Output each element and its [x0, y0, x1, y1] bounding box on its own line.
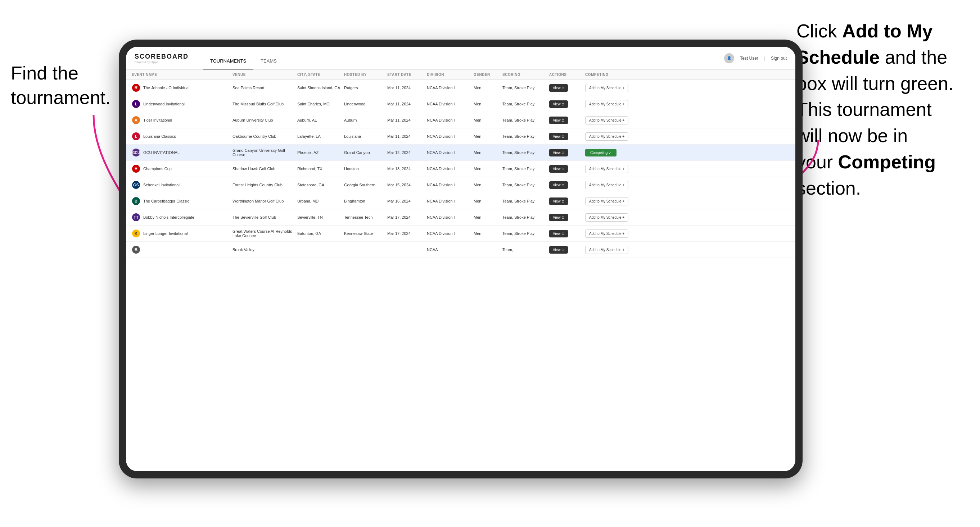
add-schedule-button-8[interactable]: Add to My Schedule +: [585, 197, 628, 205]
table-row: A Tiger Invitational Auburn University C…: [126, 112, 795, 129]
team-logo-5: GCU: [132, 148, 140, 157]
gender-cell-5: Men: [474, 150, 503, 155]
nav-tab-teams[interactable]: TEAMS: [253, 58, 284, 70]
nav-tab-tournaments[interactable]: TOURNAMENTS: [203, 58, 253, 70]
add-schedule-button-9[interactable]: Add to My Schedule +: [585, 213, 628, 222]
event-name-cell-9: TT Bobby Nichols Intercollegiate: [132, 213, 232, 222]
view-button-10[interactable]: View ⊙: [549, 230, 568, 237]
scoring-cell-8: Team, Stroke Play: [503, 199, 549, 203]
table-row: GS Schenkel Invitational Forest Heights …: [126, 177, 795, 193]
view-button-4[interactable]: View ⊙: [549, 133, 568, 140]
svg-text:GCU: GCU: [132, 151, 140, 155]
competing-cell-4: Add to My Schedule +: [585, 132, 650, 141]
event-name-2: Lindenwood Invitational: [143, 102, 185, 106]
table-container: EVENT NAME VENUE CITY, STATE HOSTED BY S…: [126, 70, 795, 471]
scoring-cell-10: Team, Stroke Play: [503, 231, 549, 236]
actions-cell-5: View ⊙: [549, 149, 585, 157]
hosted-by-cell-4: Louisiana: [344, 134, 387, 138]
gender-cell-6: Men: [474, 167, 503, 171]
start-date-cell-4: Mar 11, 2024: [387, 134, 427, 138]
event-name-cell-1: R The Johnnie - O Individual: [132, 83, 232, 92]
sign-out-link[interactable]: Sign out: [771, 56, 787, 61]
col-competing: COMPETING: [585, 73, 650, 77]
view-button-11[interactable]: View ⊙: [549, 246, 568, 254]
user-avatar: 👤: [724, 53, 734, 63]
start-date-cell-10: Mar 17, 2024: [387, 231, 427, 236]
table-row: L Lindenwood Invitational The Missouri B…: [126, 96, 795, 112]
col-start-date: START DATE: [387, 73, 427, 77]
view-button-3[interactable]: View ⊙: [549, 117, 568, 124]
add-schedule-button-3[interactable]: Add to My Schedule +: [585, 116, 628, 124]
table-column-headers: EVENT NAME VENUE CITY, STATE HOSTED BY S…: [126, 70, 795, 80]
venue-cell-10: Great Waters Course At Reynolds Lake Oco…: [232, 229, 297, 238]
view-button-9[interactable]: View ⊙: [549, 214, 568, 221]
svg-text:B: B: [135, 248, 137, 252]
event-name-3: Tiger Invitational: [143, 118, 172, 122]
view-button-5[interactable]: View ⊙: [549, 149, 568, 157]
main-nav: TOURNAMENTS TEAMS: [203, 47, 284, 70]
competing-cell-10: Add to My Schedule +: [585, 230, 650, 238]
view-button-2[interactable]: View ⊙: [549, 100, 568, 108]
table-row: H Champions Cup Shadow Hawk Golf Club Ri…: [126, 161, 795, 177]
table-row: L Louisiana Classics Oakbourne Country C…: [126, 129, 795, 144]
event-name-cell-3: A Tiger Invitational: [132, 116, 232, 124]
venue-cell-2: The Missouri Bluffs Golf Club: [232, 102, 297, 106]
event-name-cell-7: GS Schenkel Invitational: [132, 181, 232, 189]
start-date-cell-1: Mar 11, 2024: [387, 86, 427, 90]
city-state-cell-6: Richmond, TX: [297, 167, 344, 171]
team-logo-6: H: [132, 164, 140, 173]
hosted-by-cell-3: Auburn: [344, 118, 387, 122]
table-row: K Linger Longer Invitational Great Water…: [126, 225, 795, 242]
svg-text:L: L: [135, 102, 137, 106]
team-logo-8: B: [132, 197, 140, 205]
city-state-cell-7: Statesboro, GA: [297, 183, 344, 187]
add-schedule-button-11[interactable]: Add to My Schedule +: [585, 246, 628, 254]
add-schedule-button-10[interactable]: Add to My Schedule +: [585, 230, 628, 238]
division-cell-3: NCAA Division I: [427, 118, 474, 122]
venue-cell-9: The Sevierville Golf Club: [232, 215, 297, 219]
col-venue: VENUE: [232, 73, 297, 77]
logo-area: SCOREBOARD Powered by clippd: [135, 53, 189, 63]
add-schedule-button-6[interactable]: Add to My Schedule +: [585, 165, 628, 173]
table-row: TT Bobby Nichols Intercollegiate The Sev…: [126, 210, 795, 225]
col-scoring: SCORING: [503, 73, 549, 77]
tablet-screen: SCOREBOARD Powered by clippd TOURNAMENTS…: [126, 47, 795, 471]
event-name-7: Schenkel Invitational: [143, 183, 180, 187]
start-date-cell-2: Mar 11, 2024: [387, 102, 427, 106]
add-schedule-button-7[interactable]: Add to My Schedule +: [585, 181, 628, 189]
gender-cell-3: Men: [474, 118, 503, 122]
scoring-cell-9: Team, Stroke Play: [503, 215, 549, 219]
venue-cell-4: Oakbourne Country Club: [232, 134, 297, 138]
hosted-by-cell-2: Lindenwood: [344, 102, 387, 106]
competing-cell-6: Add to My Schedule +: [585, 165, 650, 173]
view-button-6[interactable]: View ⊙: [549, 165, 568, 173]
competing-cell-11: Add to My Schedule +: [585, 246, 650, 254]
competing-cell-3: Add to My Schedule +: [585, 116, 650, 124]
add-schedule-button-1[interactable]: Add to My Schedule +: [585, 84, 628, 92]
hosted-by-cell-5: Grand Canyon: [344, 150, 387, 155]
view-button-8[interactable]: View ⊙: [549, 197, 568, 205]
team-logo-1: R: [132, 83, 140, 92]
add-schedule-button-4[interactable]: Add to My Schedule +: [585, 132, 628, 141]
division-cell-10: NCAA Division I: [427, 231, 474, 236]
competing-cell-1: Add to My Schedule +: [585, 84, 650, 92]
app-header: SCOREBOARD Powered by clippd TOURNAMENTS…: [126, 47, 795, 70]
event-name-1: The Johnnie - O Individual: [143, 86, 189, 90]
actions-cell-3: View ⊙: [549, 117, 585, 124]
division-cell-7: NCAA Division I: [427, 183, 474, 187]
scoring-cell-2: Team, Stroke Play: [503, 102, 549, 106]
scoring-cell-5: Team, Stroke Play: [503, 150, 549, 155]
event-name-8: The Carpetbagger Classic: [143, 199, 189, 203]
gender-cell-2: Men: [474, 102, 503, 106]
start-date-cell-3: Mar 11, 2024: [387, 118, 427, 122]
add-schedule-button-2[interactable]: Add to My Schedule +: [585, 100, 628, 108]
view-button-7[interactable]: View ⊙: [549, 181, 568, 189]
start-date-cell-7: Mar 15, 2024: [387, 183, 427, 187]
event-name-5: GCU INVITATIONAL: [143, 150, 180, 155]
table-row: B The Carpetbagger Classic Worthington M…: [126, 193, 795, 210]
division-cell-6: NCAA Division I: [427, 167, 474, 171]
view-button-1[interactable]: View ⊙: [549, 84, 568, 92]
start-date-cell-8: Mar 16, 2024: [387, 199, 427, 203]
city-state-cell-9: Sevierville, TN: [297, 215, 344, 219]
competing-button-5[interactable]: Competing ✓: [585, 149, 617, 157]
